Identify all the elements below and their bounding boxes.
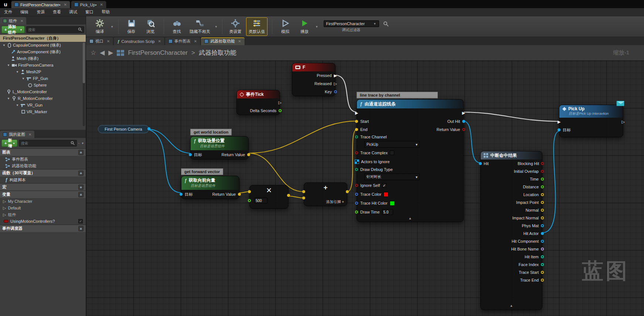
tree-row-capsulecomponent[interactable]: ▼ CapsuleComponent (继承): [0, 42, 86, 48]
pin-multiply-a[interactable]: [248, 190, 251, 193]
pin-return-value[interactable]: [247, 153, 250, 156]
add-new-button[interactable]: + 新增 ▾: [1, 139, 17, 147]
tree-row-arrowcomponent[interactable]: ArrowComponent (继承): [0, 48, 86, 55]
wire-outhit-to-breakhit[interactable]: [463, 121, 480, 163]
trace-channel-dropdown[interactable]: PickUp▾: [364, 141, 420, 148]
menu-window[interactable]: 窗口: [81, 8, 98, 16]
components-search[interactable]: [26, 26, 84, 33]
pin-actors-to-ignore-array[interactable]: [355, 160, 359, 164]
variable-category-default[interactable]: ▷ Default: [0, 205, 86, 211]
close-icon[interactable]: ✕: [158, 39, 161, 43]
pin-impact-point[interactable]: [541, 201, 544, 204]
functions-section-header[interactable]: 函数（30可覆盖） +: [0, 169, 86, 177]
pin-trace-color[interactable]: [355, 193, 358, 196]
pin-time[interactable]: [541, 178, 544, 181]
node-get-world-location[interactable]: ƒ获取场景位置 目标是场景组件 目标 Return Value: [190, 136, 249, 159]
wire-camera-to-getworldlocation[interactable]: [147, 129, 191, 153]
variables-section-header[interactable]: 变量 +: [0, 191, 86, 198]
pin-trace-complex[interactable]: [355, 151, 358, 154]
pin-trace-exec-out[interactable]: ▶: [462, 111, 465, 115]
expander-icon[interactable]: ▼: [16, 104, 19, 107]
asset-tab-firstpersoncharacter[interactable]: FirstPersonCharacter• ✕: [11, 1, 70, 8]
node-collapse-arrow[interactable]: ▲: [357, 216, 463, 222]
wire-hitactor-to-pickup-target[interactable]: [542, 131, 560, 233]
pin-draw-debug-type[interactable]: [355, 168, 358, 171]
myblueprint-search-input[interactable]: [21, 141, 69, 145]
dispatchers-section-header[interactable]: 事件调度器 +: [0, 225, 86, 232]
expander-icon[interactable]: ▼: [7, 64, 10, 67]
favorite-star-icon[interactable]: ☆: [91, 49, 96, 57]
wire-worldlocation-to-start[interactable]: [249, 121, 357, 153]
pin-trace-exec-in[interactable]: ▶: [355, 111, 358, 115]
compile-button[interactable]: 编译: [91, 17, 108, 36]
eye-filter-icon[interactable]: [78, 141, 79, 145]
add-function-button[interactable]: +: [78, 171, 84, 176]
macros-section-header[interactable]: 宏 +: [0, 183, 86, 191]
expander-icon[interactable]: ▷: [3, 206, 6, 211]
pin-key[interactable]: [334, 90, 337, 93]
pin-phys-mat[interactable]: [541, 224, 544, 227]
pin-out-hit[interactable]: [462, 120, 465, 123]
trace-hit-color-swatch[interactable]: [390, 201, 395, 206]
pin-pickup-exec-in[interactable]: ▶: [558, 120, 560, 124]
menu-help[interactable]: 帮助: [98, 8, 114, 16]
pin-ignore-self[interactable]: [355, 184, 358, 187]
asset-tab-pickup[interactable]: Pick_Up• ✕: [71, 1, 106, 8]
pin-start[interactable]: [355, 120, 358, 123]
pin-trace-end[interactable]: [541, 279, 544, 282]
myblueprint-search[interactable]: [19, 140, 77, 147]
expander-icon[interactable]: ▼: [16, 70, 19, 74]
close-icon[interactable]: ✕: [107, 39, 110, 43]
menu-view[interactable]: 查看: [49, 8, 65, 16]
nav-back-icon[interactable]: ◀: [100, 49, 105, 57]
pin-trace-hit-color[interactable]: [355, 202, 358, 205]
class-defaults-button[interactable]: 类默认值: [246, 17, 268, 36]
pin-target[interactable]: [180, 193, 183, 196]
node-multiply[interactable]: ✕: [249, 185, 289, 209]
pin-return-value[interactable]: [238, 193, 241, 196]
pin-multiply-b[interactable]: [248, 199, 251, 202]
list-item-weapon-pickup-graph[interactable]: 武器拾取功能: [0, 162, 86, 169]
trace-complex-checkbox[interactable]: [390, 151, 394, 155]
variable-usingmotioncontrollers[interactable]: UsingMotionControllers? ✓: [0, 218, 86, 225]
pin-trace-channel[interactable]: [355, 135, 358, 138]
add-dispatcher-button[interactable]: +: [78, 226, 84, 231]
wire-exec-pressed-to-trace[interactable]: [335, 75, 357, 112]
tab-viewport[interactable]: 视口 ✕: [86, 37, 113, 45]
pin-pickup-target[interactable]: [558, 128, 560, 131]
tree-row-sphere[interactable]: Sphere: [0, 82, 86, 88]
pin-impact-normal[interactable]: [541, 216, 544, 219]
menu-edit[interactable]: 编辑: [16, 8, 33, 16]
pin-pickup-exec-out[interactable]: ▷: [622, 120, 625, 124]
tree-row-l-motioncontroller[interactable]: L_MotionController: [0, 88, 86, 95]
draw-debug-type-dropdown[interactable]: 针对时长▾: [364, 174, 420, 180]
blueprint-graph-canvas[interactable]: F Pressed▶ Released▷ Key 事件Tick ▷ Delta …: [86, 61, 644, 316]
hide-unrelated-caret[interactable]: ▾: [215, 25, 217, 28]
add-graph-button[interactable]: +: [78, 150, 84, 155]
expander-icon[interactable]: ▷: [3, 212, 6, 217]
tree-row-fp-gun[interactable]: ▼ FP_Gun: [0, 75, 86, 82]
graphs-section-header[interactable]: 图表 +: [0, 148, 86, 156]
pin-hit-component[interactable]: [541, 240, 544, 243]
simulate-button[interactable]: 模拟: [277, 17, 294, 36]
expander-icon[interactable]: ▼: [21, 77, 25, 80]
hide-unrelated-button[interactable]: 隐藏不相关: [188, 17, 212, 36]
browse-button[interactable]: 浏览: [142, 17, 159, 36]
pin-initial-overlap[interactable]: [541, 170, 544, 173]
expander-icon[interactable]: ▷: [3, 199, 6, 204]
tree-row-mesh2p[interactable]: ▼ Mesh2P: [0, 68, 86, 75]
node-pick-up[interactable]: Pick Up 目标是Pick Up Interavtion ▶ ▷ 目标: [559, 105, 623, 137]
wire-camera-to-getforwardvector[interactable]: [147, 129, 182, 193]
list-item-construction-script[interactable]: ƒ 构建脚本: [0, 177, 86, 183]
add-macro-button[interactable]: +: [78, 185, 84, 190]
pin-camera-out[interactable]: [147, 127, 150, 130]
pin-draw-time[interactable]: [355, 211, 358, 214]
tab-weapon-pickup[interactable]: 武器拾取功能 ✕: [201, 37, 245, 45]
bool-default-checkbox[interactable]: ✓: [78, 219, 83, 223]
pin-delta-seconds[interactable]: [279, 109, 282, 112]
tab-components[interactable]: 组件 ✕: [0, 17, 26, 24]
expander-icon[interactable]: ▼: [7, 97, 10, 100]
node-event-tick[interactable]: 事件Tick ▷ Delta Seconds: [236, 90, 280, 115]
pin-released-exec[interactable]: ▷: [334, 82, 337, 86]
menu-debug[interactable]: 调试: [65, 8, 81, 16]
